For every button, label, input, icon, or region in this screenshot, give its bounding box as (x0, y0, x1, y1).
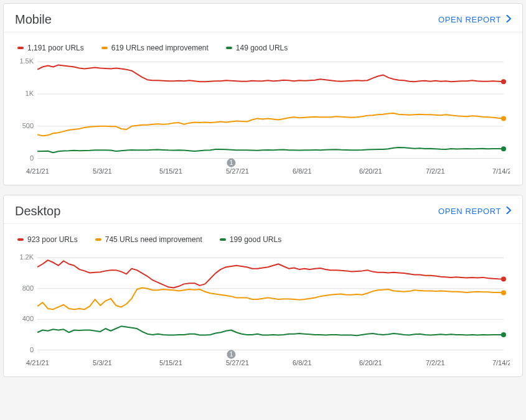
svg-text:5/3/21: 5/3/21 (93, 358, 112, 366)
legend-good: 199 good URLs (220, 235, 281, 244)
legend-swatch-poor (17, 47, 24, 49)
svg-point-18 (501, 146, 506, 151)
svg-text:1.2K: 1.2K (19, 253, 34, 261)
svg-text:5/27/21: 5/27/21 (226, 167, 249, 175)
legend-good-label: 199 good URLs (230, 235, 281, 244)
desktop-card: Desktop OPEN REPORT 923 poor URLs 745 UR… (3, 195, 523, 377)
svg-text:4/21/21: 4/21/21 (26, 167, 49, 175)
legend-need-label: 619 URLs need improvement (111, 44, 209, 52)
chevron-right-icon (506, 15, 511, 24)
svg-point-39 (501, 332, 506, 337)
svg-text:800: 800 (22, 284, 34, 292)
legend-swatch-good (220, 238, 226, 241)
open-report-desktop-button[interactable]: OPEN REPORT (438, 204, 511, 218)
legend-swatch-need (101, 47, 108, 49)
svg-text:6/20/21: 6/20/21 (359, 358, 382, 366)
legend-good: 149 good URLs (226, 44, 288, 52)
svg-text:1: 1 (230, 351, 233, 358)
desktop-card-header: Desktop OPEN REPORT (4, 195, 522, 224)
mobile-card: Mobile OPEN REPORT 1,191 poor URLs 619 U… (3, 3, 523, 185)
svg-text:7/14/21: 7/14/21 (492, 167, 510, 175)
svg-text:4/21/21: 4/21/21 (26, 358, 49, 366)
svg-text:7/2/21: 7/2/21 (426, 167, 445, 175)
legend-poor-label: 1,191 poor URLs (27, 44, 84, 52)
svg-text:6/8/21: 6/8/21 (293, 167, 312, 175)
svg-text:1.5K: 1.5K (19, 57, 34, 65)
legend-swatch-need (95, 238, 101, 241)
desktop-legend: 923 poor URLs 745 URLs need improvement … (4, 224, 522, 246)
legend-good-label: 149 good URLs (236, 44, 288, 52)
svg-text:5/3/21: 5/3/21 (93, 167, 112, 175)
svg-text:7/14/21: 7/14/21 (492, 358, 510, 366)
svg-point-38 (501, 290, 506, 295)
mobile-chart-wrap: 05001K1.5K4/21/215/3/215/15/215/27/216/8… (4, 55, 522, 185)
svg-text:0: 0 (30, 345, 34, 353)
svg-text:6/20/21: 6/20/21 (359, 167, 382, 175)
legend-need-label: 745 URLs need improvement (105, 235, 202, 244)
legend-swatch-good (226, 47, 232, 49)
svg-text:5/27/21: 5/27/21 (226, 358, 249, 366)
svg-text:5/15/21: 5/15/21 (159, 167, 182, 175)
open-report-mobile-button[interactable]: OPEN REPORT (438, 12, 511, 27)
mobile-card-header: Mobile OPEN REPORT (4, 4, 522, 32)
open-report-label: OPEN REPORT (438, 15, 501, 24)
svg-text:400: 400 (22, 315, 34, 322)
legend-poor: 923 poor URLs (17, 235, 78, 244)
svg-text:1: 1 (230, 159, 233, 166)
svg-text:500: 500 (22, 122, 34, 129)
legend-need: 619 URLs need improvement (101, 44, 209, 52)
svg-text:7/2/21: 7/2/21 (426, 358, 445, 366)
svg-text:1K: 1K (26, 90, 34, 97)
mobile-chart: 05001K1.5K4/21/215/3/215/15/215/27/216/8… (16, 55, 510, 180)
svg-text:6/8/21: 6/8/21 (293, 358, 312, 366)
svg-point-37 (501, 276, 506, 281)
legend-swatch-poor (17, 238, 24, 241)
desktop-title: Desktop (15, 204, 60, 218)
legend-poor: 1,191 poor URLs (17, 44, 84, 52)
mobile-title: Mobile (15, 12, 52, 27)
desktop-chart: 04008001.2K4/21/215/3/215/15/215/27/216/… (16, 246, 510, 371)
open-report-label: OPEN REPORT (438, 207, 501, 216)
desktop-chart-wrap: 04008001.2K4/21/215/3/215/15/215/27/216/… (4, 246, 522, 376)
svg-text:0: 0 (30, 154, 34, 162)
svg-point-16 (501, 79, 506, 84)
chevron-right-icon (506, 207, 511, 216)
mobile-legend: 1,191 poor URLs 619 URLs need improvemen… (4, 32, 522, 55)
svg-point-17 (501, 116, 506, 121)
legend-need: 745 URLs need improvement (95, 235, 202, 244)
legend-poor-label: 923 poor URLs (27, 235, 78, 244)
svg-text:5/15/21: 5/15/21 (159, 358, 182, 366)
